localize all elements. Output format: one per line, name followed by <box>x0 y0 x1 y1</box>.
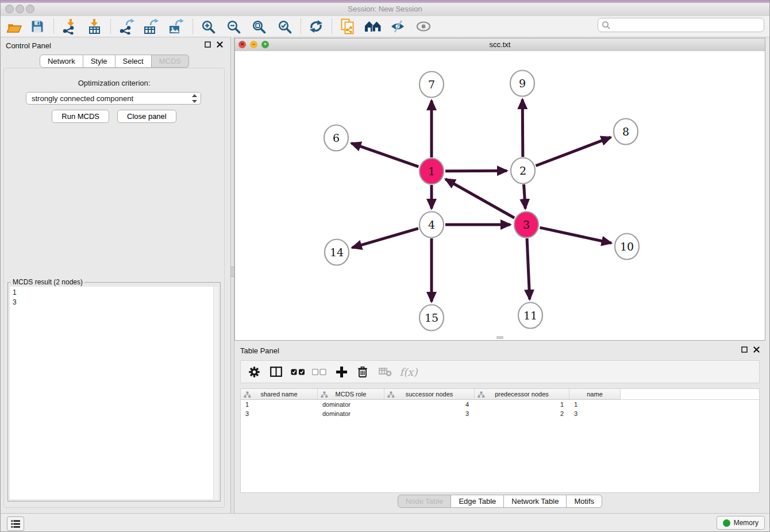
column-header-name[interactable]: name <box>569 389 621 400</box>
canvas-scrollbar-thumb[interactable] <box>496 336 503 339</box>
split-pane-icon[interactable] <box>267 361 284 383</box>
import-table-icon[interactable] <box>86 17 105 36</box>
toolbar-separator <box>53 19 54 34</box>
table-cell[interactable]: 3 <box>569 409 621 418</box>
table-cell[interactable]: 3 <box>241 409 318 418</box>
table-cell[interactable]: dominator <box>318 400 384 409</box>
edge-2-3[interactable] <box>524 184 526 209</box>
edge-1-6[interactable] <box>351 143 418 167</box>
delete-table-icon[interactable] <box>376 361 394 383</box>
control-panel-title: Control Panel <box>6 41 51 50</box>
network-frame-title: scc.txt <box>235 40 765 49</box>
mcds-result-item: 3 <box>13 298 218 307</box>
hide-selected-icon[interactable] <box>388 17 407 36</box>
node-label-2: 2 <box>519 164 526 177</box>
settings-gear-icon[interactable] <box>245 361 263 383</box>
select-all-icon[interactable] <box>289 361 306 383</box>
save-session-icon[interactable] <box>28 17 47 36</box>
edge-2-8[interactable] <box>536 137 610 166</box>
divider-handle[interactable] <box>230 267 234 277</box>
tab-edge-table[interactable]: Edge Table <box>451 495 504 508</box>
float-panel-icon[interactable] <box>741 346 748 353</box>
task-list-icon <box>11 520 20 528</box>
search-input[interactable] <box>611 21 764 30</box>
node-label-9: 9 <box>519 77 526 90</box>
edge-2-9[interactable] <box>522 99 523 157</box>
criterion-value: strongly connected component <box>32 94 192 103</box>
column-header-predecessor-nodes[interactable]: predecessor nodes <box>475 389 569 400</box>
table-cell[interactable]: 4 <box>384 400 475 409</box>
table-cell[interactable]: 1 <box>569 400 621 409</box>
node-label-7: 7 <box>428 78 435 91</box>
edge-4-14[interactable] <box>352 229 418 248</box>
edge-3-10[interactable] <box>540 228 611 243</box>
close-panel-button[interactable]: Close panel <box>117 110 176 123</box>
zoom-in-icon[interactable] <box>199 17 217 36</box>
window-titlebar: Session: New Session <box>0 3 770 17</box>
network-canvas[interactable]: 1234678910111415 <box>235 51 765 340</box>
zoom-out-icon[interactable] <box>224 17 242 36</box>
window-title: Session: New Session <box>0 5 770 13</box>
export-table-icon[interactable] <box>142 17 160 36</box>
table-cell[interactable]: 3 <box>384 409 475 418</box>
show-tasks-button[interactable] <box>7 516 24 531</box>
column-header-shared-name[interactable]: shared name <box>241 389 318 400</box>
edge-3-11[interactable] <box>527 238 530 299</box>
export-image-icon[interactable] <box>167 17 186 36</box>
column-header-successor-nodes[interactable]: successor nodes <box>384 389 475 400</box>
search-field[interactable] <box>598 18 764 32</box>
import-network-icon[interactable] <box>61 17 79 36</box>
column-header-MCDS-role[interactable]: MCDS role <box>318 389 384 400</box>
float-panel-icon[interactable] <box>205 41 211 48</box>
table-row[interactable]: 1dominator411 <box>241 400 759 409</box>
criterion-dropdown[interactable]: strongly connected component <box>26 92 201 105</box>
tab-select[interactable]: Select <box>116 55 152 68</box>
table-cell[interactable]: dominator <box>318 409 384 418</box>
table-toolbar: f(x) <box>240 360 760 383</box>
deselect-all-icon[interactable] <box>310 361 328 383</box>
export-network-icon[interactable] <box>118 17 136 36</box>
close-panel-icon[interactable] <box>217 41 223 48</box>
table-cell[interactable]: 2 <box>475 409 569 418</box>
node-label-6: 6 <box>333 132 340 144</box>
memory-label: Memory <box>734 519 759 527</box>
function-builder-icon[interactable]: f(x) <box>397 361 420 383</box>
open-session-icon[interactable] <box>5 17 23 36</box>
tab-network-table[interactable]: Network Table <box>504 495 567 508</box>
panel-split-divider[interactable] <box>230 37 234 513</box>
node-label-10: 10 <box>620 240 634 253</box>
table-panel: Table Panel f(x) shared nameMCDS rol <box>234 342 765 513</box>
home-icon[interactable] <box>364 17 382 36</box>
tab-style[interactable]: Style <box>83 55 116 68</box>
node-label-15: 15 <box>425 311 438 324</box>
close-panel-icon[interactable] <box>753 346 760 353</box>
new-network-from-selection-icon[interactable] <box>338 17 357 36</box>
node-label-11: 11 <box>523 309 537 322</box>
tab-network[interactable]: Network <box>40 55 83 68</box>
zoom-fit-icon[interactable] <box>249 17 268 36</box>
table-cell[interactable]: 1 <box>241 400 318 409</box>
zoom-selected-icon[interactable] <box>275 17 294 36</box>
show-all-icon[interactable] <box>414 17 433 36</box>
tab-node-table[interactable]: Node Table <box>398 495 452 508</box>
memory-button[interactable]: Memory <box>717 516 765 530</box>
node-table[interactable]: shared nameMCDS rolesuccessor nodesprede… <box>240 388 760 493</box>
result-scrollbar[interactable] <box>213 287 218 499</box>
optimization-criterion-label: Optimization criterion: <box>4 79 224 87</box>
edge-3-1[interactable] <box>445 179 514 218</box>
mcds-result-item: 1 <box>13 288 218 298</box>
edge-1-2[interactable] <box>445 171 507 171</box>
delete-column-icon[interactable] <box>354 361 371 383</box>
run-mcds-button[interactable]: Run MCDS <box>52 110 109 123</box>
toolbar-separator <box>332 19 332 34</box>
network-frame-titlebar[interactable]: ✕ − + scc.txt <box>235 38 765 52</box>
mcds-result-list[interactable]: 1 3 <box>10 287 218 499</box>
search-icon <box>602 21 611 30</box>
tab-mcds[interactable]: MCDS <box>152 55 189 68</box>
table-cell[interactable]: 1 <box>475 400 569 409</box>
table-row[interactable]: 3dominator323 <box>241 409 759 418</box>
tab-motifs[interactable]: Motifs <box>567 495 602 508</box>
apply-layout-icon[interactable] <box>307 17 325 36</box>
network-graph: 1234678910111415 <box>235 51 765 340</box>
add-column-icon[interactable] <box>333 361 350 383</box>
